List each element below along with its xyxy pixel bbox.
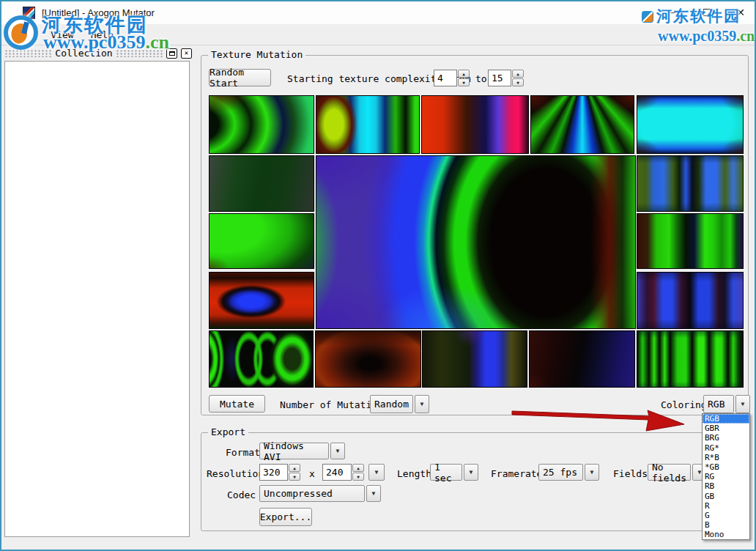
minimize-button[interactable] bbox=[656, 1, 690, 23]
dropdown-arrow-icon[interactable]: ▼ bbox=[366, 485, 381, 502]
texture-thumbnail-6[interactable] bbox=[209, 155, 314, 212]
coloring-combo[interactable]: RGB ▼ bbox=[703, 395, 750, 413]
fields-value[interactable]: No fields bbox=[648, 464, 691, 481]
dropdown-option-r-star-b[interactable]: R*B bbox=[703, 453, 749, 462]
dropdown-option-r[interactable]: R bbox=[703, 501, 749, 511]
dropdown-option-mono[interactable]: Mono bbox=[703, 530, 749, 539]
spin-up-icon[interactable]: ▲ bbox=[512, 70, 524, 78]
framerate-value[interactable]: 25 fps bbox=[538, 464, 583, 481]
export-button[interactable]: Export... bbox=[259, 508, 312, 526]
complexity-to-value[interactable]: 15 bbox=[488, 70, 511, 86]
texture-thumbnail-16[interactable] bbox=[637, 330, 744, 388]
minimize-icon bbox=[670, 12, 678, 13]
codec-value[interactable]: Uncompressed bbox=[259, 485, 365, 502]
texture-thumbnail-10[interactable] bbox=[637, 213, 744, 269]
app-window: [Untitled] - Axogon Mutator ✕ File View … bbox=[0, 0, 756, 551]
spin-down-icon[interactable]: ▼ bbox=[512, 78, 524, 86]
format-label: Format bbox=[226, 447, 260, 458]
dropdown-option-g[interactable]: G bbox=[703, 511, 749, 520]
dropdown-option-b[interactable]: B bbox=[703, 520, 749, 530]
length-value[interactable]: 1 sec bbox=[430, 464, 462, 481]
texture-thumbnail-11[interactable] bbox=[637, 272, 744, 329]
maximize-button[interactable] bbox=[690, 1, 724, 23]
dropdown-option-rb[interactable]: RB bbox=[703, 481, 749, 491]
spin-up-icon[interactable]: ▲ bbox=[352, 464, 364, 472]
spin-down-icon[interactable]: ▼ bbox=[458, 78, 470, 86]
window-title: [Untitled] - Axogon Mutator bbox=[42, 7, 155, 18]
mutations-combo[interactable]: Random ▼ bbox=[370, 395, 416, 413]
texture-thumbnail-12[interactable] bbox=[209, 330, 314, 388]
resolution-width-value[interactable]: 320 bbox=[259, 464, 288, 481]
dock-close-button[interactable]: ✕ bbox=[181, 48, 192, 59]
dock-grip-left bbox=[5, 50, 51, 57]
texture-thumbnail-8[interactable] bbox=[209, 272, 314, 329]
dock-close-icon: ✕ bbox=[185, 50, 188, 56]
menu-view[interactable]: View bbox=[48, 28, 75, 42]
resolution-height-value[interactable]: 240 bbox=[322, 464, 352, 481]
resolution-preset-button[interactable]: ▼ bbox=[368, 464, 385, 481]
dropdown-arrow-icon[interactable]: ▼ bbox=[464, 464, 478, 481]
resolution-width-spinner[interactable]: 320 ▲ ▼ bbox=[259, 464, 300, 481]
coloring-value[interactable]: RGB bbox=[703, 395, 734, 413]
export-group-label: Export bbox=[208, 426, 248, 437]
close-button[interactable]: ✕ bbox=[724, 1, 756, 23]
dropdown-option-gb[interactable]: GB bbox=[703, 492, 749, 501]
framerate-combo[interactable]: 25 fps ▼ bbox=[538, 464, 599, 481]
spin-up-icon[interactable]: ▲ bbox=[458, 70, 470, 78]
title-bar: [Untitled] - Axogon Mutator ✕ bbox=[1, 1, 755, 24]
format-combo[interactable]: Windows AVI ▼ bbox=[259, 443, 345, 459]
dropdown-arrow-icon[interactable]: ▼ bbox=[415, 395, 429, 413]
texture-thumbnail-13[interactable] bbox=[315, 330, 421, 388]
dropdown-arrow-icon[interactable]: ▼ bbox=[368, 464, 385, 481]
texture-thumbnail-15[interactable] bbox=[529, 330, 635, 388]
to-label: to bbox=[475, 73, 487, 84]
menu-bar: File View Help bbox=[1, 24, 755, 45]
resolution-x-label: x bbox=[309, 468, 315, 479]
format-value[interactable]: Windows AVI bbox=[259, 443, 329, 459]
dropdown-arrow-icon[interactable]: ▼ bbox=[585, 464, 599, 481]
fields-combo[interactable]: No fields ▼ bbox=[648, 464, 706, 481]
collection-dock-header[interactable]: Collection ✕ bbox=[3, 47, 194, 59]
framerate-label: Framerate bbox=[491, 468, 542, 479]
complexity-from-spinner[interactable]: 4 ▲ ▼ bbox=[434, 70, 470, 86]
mutations-value[interactable]: Random bbox=[370, 395, 413, 413]
texture-thumbnail-7[interactable] bbox=[209, 213, 314, 269]
dropdown-option-rg[interactable]: RG bbox=[703, 472, 749, 481]
dropdown-arrow-icon[interactable]: ▼ bbox=[330, 443, 345, 459]
menu-file[interactable]: File bbox=[9, 28, 36, 42]
random-start-button[interactable]: Random Start bbox=[209, 69, 271, 86]
spin-down-icon[interactable]: ▼ bbox=[352, 473, 364, 481]
dock-float-button[interactable] bbox=[166, 48, 177, 59]
resolution-height-spinner[interactable]: 240 ▲ ▼ bbox=[322, 464, 364, 481]
close-icon: ✕ bbox=[736, 7, 745, 18]
texture-thumbnail-14[interactable] bbox=[422, 330, 527, 388]
texture-thumbnail-4[interactable] bbox=[530, 95, 634, 154]
float-icon bbox=[169, 51, 175, 56]
dropdown-option-rg-star[interactable]: RG* bbox=[703, 443, 749, 453]
texture-thumbnail-2[interactable] bbox=[316, 95, 420, 154]
codec-combo[interactable]: Uncompressed ▼ bbox=[259, 485, 381, 502]
dropdown-option-brg[interactable]: BRG bbox=[703, 433, 749, 443]
length-label: Length bbox=[397, 468, 431, 479]
mutate-button[interactable]: Mutate bbox=[209, 395, 265, 413]
complexity-to-spinner[interactable]: 15 ▲ ▼ bbox=[488, 70, 524, 86]
dropdown-option-gbr[interactable]: GBR bbox=[703, 424, 749, 433]
spin-down-icon[interactable]: ▼ bbox=[289, 473, 300, 481]
dropdown-option-star-gb[interactable]: *GB bbox=[703, 462, 749, 472]
spin-up-icon[interactable]: ▲ bbox=[289, 464, 300, 472]
collection-panel[interactable] bbox=[4, 61, 190, 537]
dropdown-arrow-icon[interactable]: ▼ bbox=[735, 395, 750, 413]
maximize-icon bbox=[703, 9, 711, 16]
annotation-arrow bbox=[510, 407, 689, 434]
length-combo[interactable]: 1 sec ▼ bbox=[430, 464, 478, 481]
texture-thumbnail-3[interactable] bbox=[421, 95, 529, 154]
texture-thumbnail-center[interactable] bbox=[316, 155, 636, 329]
dropdown-option-rgb[interactable]: RGB bbox=[703, 414, 749, 424]
texture-grid bbox=[209, 95, 744, 388]
texture-thumbnail-1[interactable] bbox=[209, 95, 314, 154]
coloring-dropdown-list: RGB GBR BRG RG* R*B *GB RG RB GB R G B M… bbox=[702, 413, 750, 540]
texture-thumbnail-9[interactable] bbox=[637, 155, 744, 212]
complexity-from-value[interactable]: 4 bbox=[434, 70, 457, 86]
texture-thumbnail-5[interactable] bbox=[637, 95, 744, 154]
menu-help[interactable]: Help bbox=[89, 28, 116, 42]
